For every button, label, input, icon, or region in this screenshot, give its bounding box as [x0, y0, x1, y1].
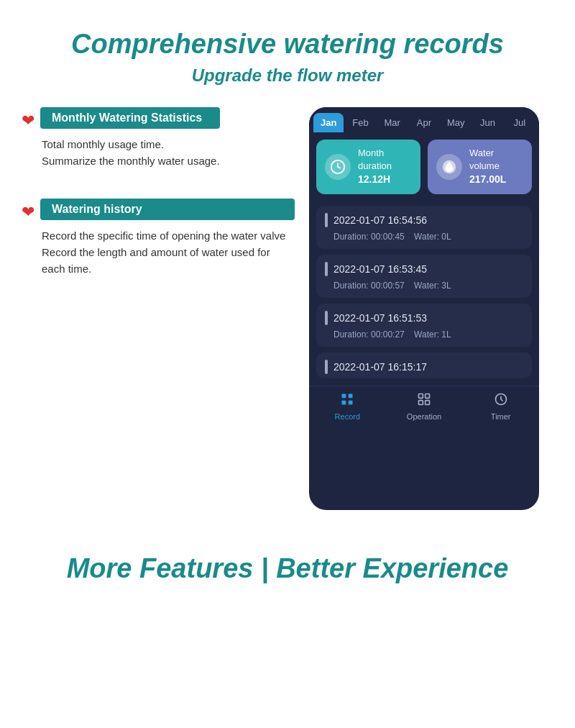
history-list: 2022-01-07 16:54:56 Duration: 00:00:45 W…	[309, 206, 539, 378]
page-subtitle: Upgrade the flow meter	[192, 65, 384, 86]
svg-rect-7	[419, 401, 423, 405]
history-header-4: 2022-01-07 16:15:17	[325, 360, 523, 374]
operation-nav-icon	[417, 392, 431, 410]
feature-badge-2: Watering history	[40, 199, 295, 220]
stats-row: Monthduration 12.12H Watervolume 217.00L	[309, 132, 539, 201]
heart-icon-1: ❤	[22, 112, 34, 130]
footer-title: More Features | Better Experience	[67, 553, 509, 584]
month-tab-jan[interactable]: Jan	[313, 113, 344, 132]
page-container: Comprehensive watering records Upgrade t…	[0, 0, 575, 728]
month-tab-jul[interactable]: Jul	[505, 113, 535, 132]
history-details-3: Duration: 00:00:27 Water: 1L	[325, 329, 523, 340]
history-bar-4	[325, 360, 328, 374]
nav-item-timer[interactable]: Timer	[462, 392, 539, 421]
record-nav-label: Record	[335, 412, 360, 421]
duration-label: Monthduration	[358, 147, 392, 173]
feature-badge-1: Monthly Watering Statistics	[40, 107, 220, 129]
duration-value: 12.12H	[358, 173, 392, 187]
history-details-2: Duration: 00:00:57 Water: 3L	[325, 281, 523, 291]
history-bar-2	[325, 262, 328, 276]
history-datetime-2: 2022-01-07 16:53:45	[334, 263, 427, 275]
svg-rect-6	[426, 393, 430, 398]
water-icon	[436, 154, 462, 180]
history-details-1: Duration: 00:00:45 Water: 0L	[325, 232, 523, 242]
month-tabs: Jan Feb Mar Apr May Jun Jul	[309, 107, 539, 132]
svg-rect-5	[419, 393, 423, 398]
page-title: Comprehensive watering records	[71, 29, 504, 60]
svg-rect-8	[426, 401, 430, 405]
volume-value: 217.00L	[469, 173, 506, 187]
svg-rect-4	[349, 401, 353, 405]
nav-item-operation[interactable]: Operation	[386, 392, 463, 421]
svg-rect-1	[342, 393, 346, 398]
month-tab-may[interactable]: May	[441, 113, 471, 132]
left-panel: ❤ Monthly Watering Statistics Total mont…	[22, 107, 295, 291]
operation-nav-label: Operation	[407, 412, 441, 421]
history-bar-1	[325, 213, 328, 227]
history-header-1: 2022-01-07 16:54:56	[325, 213, 523, 227]
volume-text: Watervolume 217.00L	[469, 147, 506, 187]
history-entry-3: 2022-01-07 16:51:53 Duration: 00:00:27 W…	[316, 304, 532, 347]
stat-card-volume: Watervolume 217.00L	[428, 140, 532, 194]
feature-content-2: Watering history Record the specific tim…	[40, 199, 295, 278]
month-tab-apr[interactable]: Apr	[409, 113, 439, 132]
history-datetime-3: 2022-01-07 16:51:53	[334, 312, 427, 324]
history-datetime-1: 2022-01-07 16:54:56	[334, 214, 427, 226]
history-entry-4: 2022-01-07 16:15:17	[316, 352, 532, 378]
feature-content-1: Monthly Watering Statistics Total monthl…	[40, 107, 220, 170]
record-nav-icon	[340, 392, 354, 410]
history-header-2: 2022-01-07 16:53:45	[325, 262, 523, 276]
phone-mockup: Jan Feb Mar Apr May Jun Jul	[309, 107, 539, 510]
feature-description-1: Total monthly usage time.Summarize the m…	[42, 136, 220, 170]
feature-block-1: ❤ Monthly Watering Statistics Total mont…	[22, 107, 295, 170]
nav-item-record[interactable]: Record	[309, 392, 386, 421]
clock-icon	[325, 154, 351, 180]
volume-label: Watervolume	[469, 147, 506, 173]
month-tab-feb[interactable]: Feb	[345, 113, 375, 132]
history-entry-2: 2022-01-07 16:53:45 Duration: 00:00:57 W…	[316, 255, 532, 298]
history-header-3: 2022-01-07 16:51:53	[325, 311, 523, 325]
feature-description-2: Record the specific time of opening the …	[42, 227, 295, 278]
svg-rect-2	[349, 393, 353, 398]
history-bar-3	[325, 311, 328, 325]
history-datetime-4: 2022-01-07 16:15:17	[334, 361, 427, 373]
history-entry-1: 2022-01-07 16:54:56 Duration: 00:00:45 W…	[316, 206, 532, 249]
stat-card-duration: Monthduration 12.12H	[316, 140, 420, 194]
duration-text: Monthduration 12.12H	[358, 147, 392, 187]
bottom-nav: Record Operation	[309, 386, 539, 424]
timer-nav-label: Timer	[491, 412, 511, 421]
month-tab-mar[interactable]: Mar	[377, 113, 408, 132]
heart-icon-2: ❤	[22, 203, 34, 222]
month-tab-jun[interactable]: Jun	[472, 113, 502, 132]
svg-rect-3	[342, 401, 346, 405]
timer-nav-icon	[494, 392, 508, 410]
feature-block-2: ❤ Watering history Record the specific t…	[22, 199, 295, 278]
main-content: ❤ Monthly Watering Statistics Total mont…	[22, 107, 553, 510]
